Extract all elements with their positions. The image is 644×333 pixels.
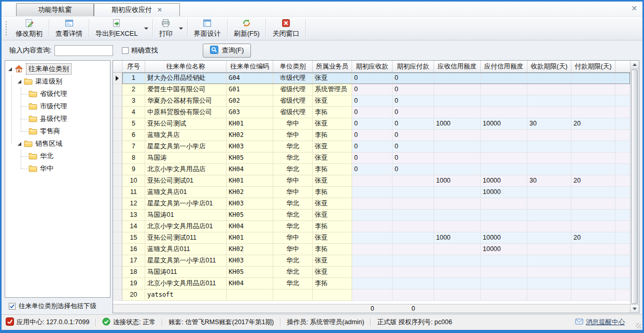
toolbar-button-5[interactable]: 界面设计: [188, 17, 227, 40]
exact-match-checkbox[interactable]: [122, 47, 129, 54]
window-close-icon[interactable]: ✕: [631, 4, 637, 12]
tree-expander-icon[interactable]: [8, 67, 12, 71]
resize-grip-icon[interactable]: [636, 323, 641, 328]
query-button[interactable]: 查询(F): [203, 44, 251, 58]
tree-connector: [21, 131, 27, 132]
toolbar-button-6[interactable]: 刷新(F5): [228, 17, 265, 40]
column-header-6[interactable]: 期初应收款: [352, 61, 393, 73]
tree-item-7[interactable]: 销售区域: [5, 137, 110, 150]
cell: [393, 289, 434, 301]
column-header-5[interactable]: 所属业务员: [313, 61, 352, 73]
scroll-up-icon[interactable]: [631, 61, 639, 69]
table-row[interactable]: 11蓝猫文具店01KH02华中李拓10000: [113, 187, 630, 198]
cell: KH02: [227, 187, 273, 198]
cell: 系统管理员: [313, 84, 352, 95]
exact-match-label: 精确查找: [131, 46, 158, 55]
cell: [352, 289, 393, 301]
tree-item-2[interactable]: 渠道级别: [5, 75, 110, 88]
tab-1[interactable]: 功能导航窗: [16, 3, 94, 16]
column-header-9[interactable]: 应付信用额度: [481, 61, 527, 73]
table-row[interactable]: 7星星文具第一小学店KH03华北张亚00: [113, 141, 630, 152]
column-header-8[interactable]: 应收信用额度: [434, 61, 481, 73]
cell: 10000: [481, 244, 527, 255]
cell: 1000: [434, 118, 481, 130]
column-header-3[interactable]: 往来单位编码: [227, 61, 273, 73]
table-row[interactable]: 16蓝猫文具店011KH02华中李拓10000: [113, 244, 630, 255]
cell: 亚拓公司测试: [145, 118, 227, 130]
tree-item-1[interactable]: 往来单位类别: [5, 63, 110, 75]
chevron-down-icon[interactable]: [144, 27, 148, 30]
include-sub-checkbox[interactable]: [9, 303, 16, 310]
table-row[interactable]: 8马国涛KH05华北张亚00: [113, 152, 630, 164]
scroll-down-icon[interactable]: [631, 304, 639, 313]
tree-expander-icon[interactable]: [18, 142, 21, 146]
table-row[interactable]: 4中原科贸股份有限公司G03省级代理李拓00: [113, 107, 630, 118]
tab-close-icon[interactable]: ✕: [157, 7, 162, 13]
column-header-11[interactable]: 付款期限(天): [571, 61, 615, 73]
row-cells: 18马国涛011KH05华北张亚: [122, 267, 630, 278]
tree-item-label: 零售商: [40, 127, 60, 136]
cell: [527, 267, 571, 278]
row-filler: [615, 255, 630, 267]
table-row[interactable]: 14北京小学文具用品店01KH04华北李拓: [113, 221, 630, 232]
search-input[interactable]: [54, 45, 113, 56]
row-cells: 8马国涛KH05华北张亚00: [122, 152, 630, 164]
tree-expander-icon[interactable]: [18, 80, 21, 84]
tab-2[interactable]: 期初应收应付✕: [94, 3, 180, 16]
table-row[interactable]: 1财大办公用品经销处G04市级代理张亚00: [113, 73, 630, 84]
toolbar-grip-icon[interactable]: [6, 21, 7, 35]
cell: 0: [393, 152, 434, 164]
table-row[interactable]: 9北京小学文具用品店KH04华北李拓00: [113, 164, 630, 175]
cell: 张亚: [313, 232, 352, 244]
cell: [481, 152, 527, 164]
cell: [481, 141, 527, 152]
table-row[interactable]: 20yatsoft: [113, 289, 630, 301]
table-row[interactable]: 3华夏办公器材有限公司G02省级代理张亚00: [113, 95, 630, 107]
cell: [571, 267, 615, 278]
cell: 0: [393, 107, 434, 118]
column-header-4[interactable]: 单位类别: [273, 61, 313, 73]
cell: 0: [352, 164, 393, 175]
toolbar-button-2[interactable]: 查看详情: [50, 17, 88, 40]
table-row[interactable]: 13马国涛01KH05华北张亚: [113, 210, 630, 221]
toolbar-button-1[interactable]: 修改期初: [10, 17, 48, 40]
cell: 16: [122, 244, 145, 255]
cell: [273, 289, 313, 301]
cell: [481, 73, 527, 84]
edit-icon: [25, 19, 34, 27]
table-row[interactable]: 18马国涛011KH05华北张亚: [113, 267, 630, 278]
column-header-7[interactable]: 期初应付款: [393, 61, 434, 73]
table-row[interactable]: 15亚拓公司测试011KH01华中张亚10001000020: [113, 232, 630, 244]
table-row[interactable]: 5亚拓公司测试KH01华中张亚001000100003020: [113, 118, 630, 130]
chevron-down-icon[interactable]: [179, 27, 183, 30]
cell: [481, 130, 527, 141]
row-filler: [615, 244, 630, 255]
table-row[interactable]: 2爱普生中国有限公司G01省级代理系统管理员00: [113, 84, 630, 95]
toolbar-button-7[interactable]: 关闭窗口: [267, 17, 305, 40]
cell: 马国涛: [145, 152, 227, 164]
vertical-scrollbar[interactable]: [630, 61, 639, 313]
scrollbar-thumb[interactable]: [631, 70, 638, 304]
grid-header-filler: [615, 61, 630, 73]
cell: 华北: [273, 210, 313, 221]
column-header-10[interactable]: 收款期限(天): [527, 61, 571, 73]
toolbar-separator: [265, 19, 266, 37]
table-row[interactable]: 6蓝猫文具店KH02华中李拓00: [113, 130, 630, 141]
tree-connector: [21, 169, 27, 169]
cell: [352, 175, 393, 187]
cell: G02: [227, 95, 273, 107]
table-row[interactable]: 10亚拓公司测试01KH01华中张亚1000100003020: [113, 175, 630, 187]
column-header-2[interactable]: 往来单位名称: [145, 61, 227, 73]
table-row[interactable]: 19北京小学文具用品店011KH04华北李拓: [113, 278, 630, 289]
table-row[interactable]: 12星星文具第一小学店01KH03华北张亚: [113, 198, 630, 210]
table-row[interactable]: 17星星文具第一小学店011KH03华北张亚: [113, 255, 630, 267]
column-header-1[interactable]: 序号: [122, 61, 145, 73]
toolbar-button-4[interactable]: 打印: [153, 17, 178, 40]
cell: [527, 73, 571, 84]
cell: 20: [571, 232, 615, 244]
cell: [571, 130, 615, 141]
toolbar-button-3[interactable]: 导出到EXCEL: [90, 17, 144, 40]
message-center-link[interactable]: 消息提醒中心: [575, 317, 625, 327]
message-center-label: 消息提醒中心: [586, 318, 625, 327]
cell: 15: [122, 232, 145, 244]
